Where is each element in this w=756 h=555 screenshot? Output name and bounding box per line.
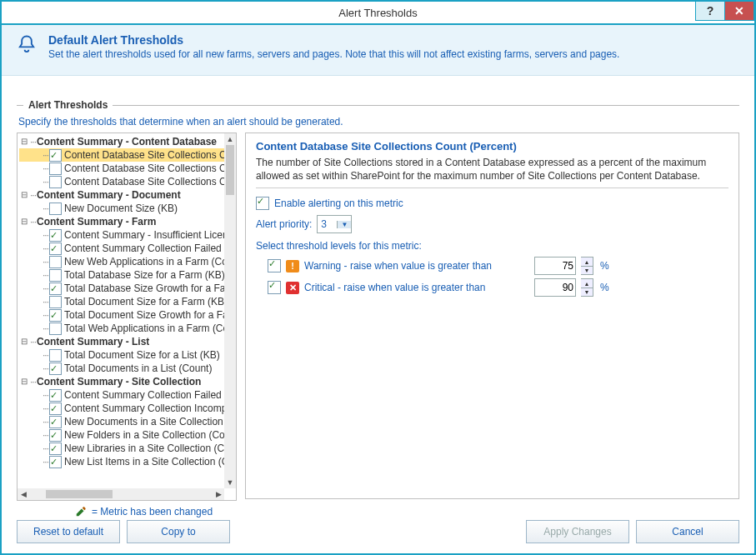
critical-spinner[interactable]: ▲▼ (581, 278, 593, 297)
spin-up-icon[interactable]: ▲ (581, 279, 593, 288)
copy-to-button[interactable]: Copy to (127, 520, 230, 543)
vertical-scrollbar[interactable]: ▲ ▼ (224, 133, 236, 488)
critical-label: Critical - raise when value is greater t… (304, 282, 529, 293)
tree-item[interactable]: ···Content Summary Collection Failed (19, 242, 224, 255)
collapse-icon[interactable]: ⊟ (19, 215, 29, 228)
metric-checkbox[interactable] (49, 296, 62, 308)
alert-thresholds-group: Alert Thresholds Specify the thresholds … (17, 99, 739, 518)
tree-item[interactable]: ···Content Database Site Collections C (19, 175, 224, 188)
metric-checkbox[interactable] (49, 269, 62, 282)
scroll-thumb[interactable] (226, 145, 234, 195)
tree-item[interactable]: ···Total Database Size Growth for a Fa (19, 282, 224, 295)
tree-category[interactable]: ⊟···Content Summary - Farm (19, 215, 224, 228)
tree-category[interactable]: ⊟···Content Summary - Document (19, 188, 224, 202)
tree-item[interactable]: ···New Document Size (KB) (19, 202, 224, 215)
critical-icon: ✕ (286, 282, 299, 294)
enable-alerting-checkbox[interactable] (256, 197, 269, 210)
spin-down-icon[interactable]: ▼ (581, 267, 593, 275)
tree-item[interactable]: ···Content Summary - Insufficient Licen (19, 228, 224, 242)
metric-checkbox[interactable] (49, 282, 62, 295)
warning-checkbox[interactable] (268, 259, 281, 272)
group-label: Alert Thresholds (23, 99, 113, 111)
warning-label: Warning - raise when value is greater th… (304, 260, 529, 272)
metric-checkbox[interactable] (49, 149, 62, 162)
metric-checkbox[interactable] (49, 256, 62, 268)
metric-checkbox[interactable] (49, 362, 62, 375)
scroll-thumb[interactable] (46, 490, 113, 498)
tree-item[interactable]: ···Total Database Size for a Farm (KB) (19, 268, 224, 282)
warning-value-input[interactable] (534, 257, 576, 275)
metric-checkbox[interactable] (49, 402, 62, 415)
critical-checkbox[interactable] (268, 281, 281, 294)
collapse-icon[interactable]: ⊟ (19, 375, 29, 388)
metric-checkbox[interactable] (49, 242, 62, 255)
metric-checkbox[interactable] (49, 229, 62, 242)
tree-item[interactable]: ···New Libraries in a Site Collection (C… (19, 442, 224, 455)
close-button[interactable]: ✕ (724, 2, 754, 21)
warning-icon: ! (286, 260, 299, 272)
collapse-icon[interactable]: ⊟ (19, 188, 29, 202)
group-instruction: Specify the thresholds that determine wh… (18, 116, 739, 128)
collapse-icon[interactable]: ⊟ (19, 135, 29, 148)
metric-checkbox[interactable] (49, 162, 62, 175)
reset-to-default-button[interactable]: Reset to default (17, 520, 120, 543)
spin-down-icon[interactable]: ▼ (581, 288, 593, 297)
tree-item[interactable]: ···Total Documents in a List (Count) (19, 362, 224, 375)
help-button[interactable]: ? (695, 2, 725, 21)
alert-priority-row: Alert priority: 3 ▼ (256, 215, 728, 233)
metric-checkbox[interactable] (49, 429, 62, 442)
scroll-left-icon[interactable]: ◀ (18, 488, 29, 500)
unit-label: % (600, 282, 609, 293)
metric-checkbox[interactable] (49, 202, 62, 215)
content-area: Alert Thresholds Specify the thresholds … (2, 76, 754, 518)
scroll-right-icon[interactable]: ▶ (213, 488, 224, 500)
cancel-button[interactable]: Cancel (636, 520, 739, 543)
metric-checkbox[interactable] (49, 389, 62, 402)
pencil-icon (75, 506, 87, 518)
header-banner: Default Alert Thresholds Set the alert t… (2, 25, 754, 76)
warning-threshold-row: ! Warning - raise when value is greater … (268, 257, 728, 275)
horizontal-scrollbar[interactable]: ◀ ▶ (18, 488, 224, 500)
tree-category[interactable]: ⊟···Content Summary - Site Collection (19, 375, 224, 388)
tree-item[interactable]: ···Content Summary Collection Incomp (19, 402, 224, 415)
window-controls: ? ✕ (696, 2, 754, 23)
alert-priority-value: 3 (318, 218, 337, 230)
tree-item[interactable]: ···Content Database Site Collections Co (19, 162, 224, 175)
tree-item[interactable]: ···Total Document Size Growth for a Fa (19, 308, 224, 322)
banner-description: Set the alert thresholds used for all ne… (48, 48, 619, 60)
metric-checkbox[interactable] (49, 416, 62, 428)
metric-checkbox[interactable] (49, 309, 62, 322)
tree-item[interactable]: ···New Web Applications in a Farm (Co (19, 255, 224, 268)
scroll-up-icon[interactable]: ▲ (224, 133, 236, 145)
spin-up-icon[interactable]: ▲ (581, 258, 593, 267)
unit-label: % (600, 260, 609, 272)
metric-tree[interactable]: ⊟···Content Summary - Content Database ·… (17, 132, 237, 501)
metric-checkbox[interactable] (49, 322, 62, 335)
tree-item[interactable]: ···Total Document Size for a List (KB) (19, 348, 224, 362)
tree-item-selected[interactable]: ···Content Database Site Collections C (19, 148, 224, 162)
critical-value-input[interactable] (534, 278, 576, 297)
metric-checkbox[interactable] (49, 349, 62, 362)
tree-category[interactable]: ⊟···Content Summary - Content Database (19, 135, 224, 148)
scroll-down-icon[interactable]: ▼ (224, 477, 236, 488)
tree-item[interactable]: ···New Documents in a Site Collection ( (19, 415, 224, 428)
metric-checkbox[interactable] (49, 456, 62, 468)
collapse-icon[interactable]: ⊟ (19, 335, 29, 348)
tree-item[interactable]: ···Total Web Applications in a Farm (Co (19, 322, 224, 335)
tree-item[interactable]: ···Total Document Size for a Farm (KB) (19, 295, 224, 308)
alert-priority-label: Alert priority: (256, 218, 312, 230)
detail-title: Content Database Site Collections Count … (256, 140, 728, 152)
chevron-down-icon[interactable]: ▼ (337, 221, 351, 228)
enable-alerting-label: Enable alerting on this metric (274, 198, 403, 209)
dialog-window: Alert Thresholds ? ✕ Default Alert Thres… (0, 0, 756, 555)
tree-item[interactable]: ···Content Summary Collection Failed (19, 388, 224, 402)
tree-item[interactable]: ···New List Items in a Site Collection (… (19, 455, 224, 468)
apply-changes-button[interactable]: Apply Changes (526, 520, 629, 543)
changed-legend: = Metric has been changed (75, 506, 739, 518)
metric-checkbox[interactable] (49, 442, 62, 455)
warning-spinner[interactable]: ▲▼ (581, 257, 593, 275)
alert-priority-select[interactable]: 3 ▼ (317, 215, 352, 233)
metric-checkbox[interactable] (49, 176, 62, 188)
tree-category[interactable]: ⊟···Content Summary - List (19, 335, 224, 348)
tree-item[interactable]: ···New Folders in a Site Collection (Cou (19, 428, 224, 442)
